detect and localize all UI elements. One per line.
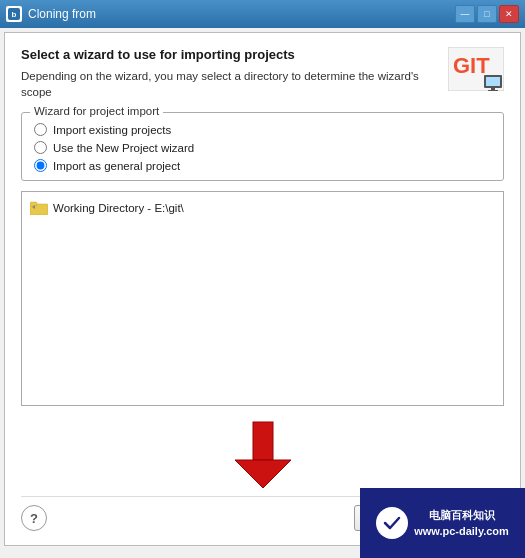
group-label: Wizard for project import (30, 105, 163, 117)
svg-text:GIT: GIT (453, 53, 490, 78)
help-button[interactable]: ? (21, 505, 47, 531)
svg-marker-12 (235, 460, 291, 488)
radio-import-existing-input[interactable] (34, 123, 47, 136)
header-text: Select a wizard to use for importing pro… (21, 47, 438, 100)
radio-new-project-wizard[interactable]: Use the New Project wizard (34, 141, 491, 154)
radio-import-existing-label: Import existing projects (53, 124, 171, 136)
watermark-icon (376, 507, 408, 539)
wizard-group-box: Wizard for project import Import existin… (21, 112, 504, 181)
folder-icon (30, 200, 48, 215)
radio-import-existing[interactable]: Import existing projects (34, 123, 491, 136)
directory-tree: Working Directory - E:\git\ (21, 191, 504, 406)
radio-new-project-wizard-input[interactable] (34, 141, 47, 154)
svg-text:b: b (12, 10, 17, 19)
radio-new-project-wizard-label: Use the New Project wizard (53, 142, 194, 154)
radio-general-project-label: Import as general project (53, 160, 180, 172)
tree-item: Working Directory - E:\git\ (30, 198, 495, 217)
svg-rect-7 (488, 90, 498, 91)
minimize-button[interactable]: — (455, 5, 475, 23)
radio-general-project[interactable]: Import as general project (34, 159, 491, 172)
watermark-text: 电脑百科知识www.pc-daily.com (414, 507, 509, 540)
watermark: 电脑百科知识www.pc-daily.com (360, 488, 525, 558)
arrow-area (21, 416, 504, 496)
maximize-button[interactable]: □ (477, 5, 497, 23)
close-button[interactable]: ✕ (499, 5, 519, 23)
app-icon: b (6, 6, 22, 22)
svg-rect-5 (486, 77, 500, 86)
tree-item-label: Working Directory - E:\git\ (53, 202, 184, 214)
down-arrow-icon (231, 420, 295, 492)
svg-rect-6 (491, 88, 495, 90)
header-area: Select a wizard to use for importing pro… (21, 47, 504, 100)
header-description: Depending on the wizard, you may select … (21, 68, 438, 100)
page-title: Select a wizard to use for importing pro… (21, 47, 438, 62)
git-logo-icon: GIT (448, 47, 504, 91)
titlebar: b Cloning from — □ ✕ (0, 0, 525, 28)
window-title: Cloning from (28, 7, 449, 21)
svg-rect-11 (253, 422, 273, 460)
svg-rect-9 (30, 202, 37, 206)
radio-general-project-input[interactable] (34, 159, 47, 172)
window-controls: — □ ✕ (455, 5, 519, 23)
main-panel: Select a wizard to use for importing pro… (4, 32, 521, 546)
